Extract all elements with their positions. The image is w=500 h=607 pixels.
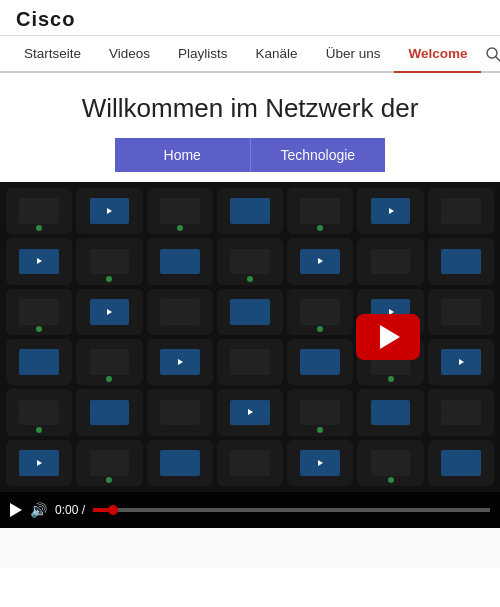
device-screen: [230, 299, 270, 324]
device-screen: [371, 249, 411, 274]
svg-marker-4: [37, 258, 42, 264]
device-cell: [147, 440, 213, 486]
device-screen: [441, 400, 481, 425]
device-screen: [230, 400, 270, 425]
device-cell: [287, 440, 353, 486]
video-thumbnail[interactable]: [0, 182, 500, 492]
device-screen: [371, 400, 411, 425]
video-controls-bar: 🔊 0:00 /: [0, 492, 500, 528]
device-cell: [428, 289, 494, 335]
device-cell: [357, 238, 423, 284]
video-play-pause-button[interactable]: [10, 503, 22, 517]
device-cell: [217, 339, 283, 385]
nav-item-videos[interactable]: Videos: [95, 36, 164, 71]
device-screen: [300, 349, 340, 374]
device-cell: [428, 440, 494, 486]
device-screen: [300, 249, 340, 274]
device-dot: [247, 276, 253, 282]
device-cell: [287, 188, 353, 234]
device-cell: [147, 188, 213, 234]
device-dot: [317, 225, 323, 231]
tabs-row: Home Technologie: [115, 138, 385, 172]
device-screen: [441, 299, 481, 324]
device-cell: [147, 238, 213, 284]
svg-line-1: [496, 57, 500, 61]
device-screen: [160, 249, 200, 274]
svg-marker-2: [107, 208, 112, 214]
device-dot: [36, 427, 42, 433]
device-cell: [76, 339, 142, 385]
volume-icon: 🔊: [30, 502, 47, 518]
device-screen: [160, 400, 200, 425]
tab-home[interactable]: Home: [115, 138, 250, 172]
video-volume-button[interactable]: 🔊: [30, 502, 47, 518]
device-cell: [217, 188, 283, 234]
device-cell: [428, 238, 494, 284]
svg-marker-5: [318, 258, 323, 264]
device-cell: [357, 389, 423, 435]
device-cell: [357, 188, 423, 234]
device-dot: [106, 276, 112, 282]
video-progress-bar[interactable]: [93, 508, 490, 512]
svg-marker-12: [318, 460, 323, 466]
logo: Cisco: [16, 8, 75, 30]
play-triangle-icon: [380, 325, 400, 349]
nav-item-playlists[interactable]: Playlists: [164, 36, 242, 71]
device-cell: [147, 289, 213, 335]
device-cell: [6, 238, 72, 284]
device-screen: [160, 299, 200, 324]
device-dot: [36, 225, 42, 231]
svg-marker-11: [37, 460, 42, 466]
svg-marker-3: [389, 208, 394, 214]
device-screen: [19, 249, 59, 274]
device-screen: [300, 400, 340, 425]
device-cell: [357, 440, 423, 486]
device-dot: [106, 376, 112, 382]
svg-marker-10: [248, 409, 253, 415]
device-cell: [217, 440, 283, 486]
device-screen: [230, 249, 270, 274]
device-cell: [6, 339, 72, 385]
device-dot: [317, 326, 323, 332]
device-screen: [230, 349, 270, 374]
device-screen: [230, 198, 270, 223]
svg-marker-9: [459, 359, 464, 365]
device-cell: [428, 339, 494, 385]
device-screen: [160, 450, 200, 475]
device-cell: [6, 188, 72, 234]
device-cell: [428, 389, 494, 435]
nav-items: Startseite Videos Playlists Kanäle Über …: [10, 36, 481, 71]
device-screen: [441, 450, 481, 475]
nav-search-button[interactable]: [481, 38, 500, 70]
nav-item-startseite[interactable]: Startseite: [10, 36, 95, 71]
device-cell: [287, 339, 353, 385]
svg-marker-6: [107, 309, 112, 315]
device-screen: [90, 198, 130, 223]
nav-item-welcome[interactable]: Welcome: [394, 36, 481, 71]
video-time-current: 0:00 /: [55, 503, 85, 517]
device-dot: [388, 477, 394, 483]
device-cell: [147, 339, 213, 385]
device-dot: [317, 427, 323, 433]
device-screen: [230, 450, 270, 475]
nav-item-ueber-uns[interactable]: Über uns: [312, 36, 395, 71]
header: Cisco: [0, 0, 500, 36]
device-screen: [90, 400, 130, 425]
device-cell: [147, 389, 213, 435]
device-cell: [6, 440, 72, 486]
device-screen: [90, 249, 130, 274]
video-progress-dot: [108, 505, 118, 515]
device-cell: [6, 389, 72, 435]
device-screen: [441, 249, 481, 274]
video-play-button[interactable]: [356, 314, 420, 360]
device-grid: [0, 182, 500, 492]
tab-technologie[interactable]: Technologie: [250, 138, 386, 172]
search-icon: [485, 46, 500, 62]
page-title: Willkommen im Netzwerk der: [0, 73, 500, 138]
device-cell: [76, 238, 142, 284]
nav-item-kanaele[interactable]: Kanäle: [242, 36, 312, 71]
device-screen: [19, 198, 59, 223]
device-screen: [300, 299, 340, 324]
device-screen: [19, 450, 59, 475]
device-screen: [90, 450, 130, 475]
